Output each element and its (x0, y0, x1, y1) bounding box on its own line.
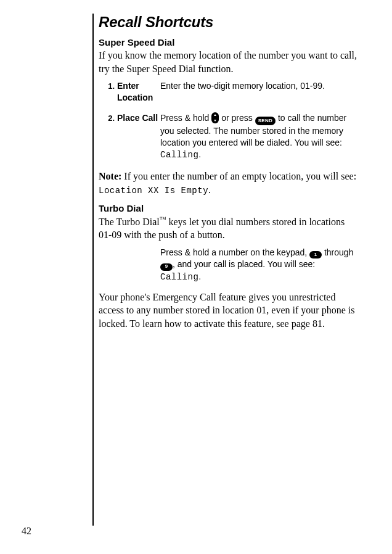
trademark-symbol: ™ (160, 215, 166, 223)
text: If you enter the number of an empty loca… (121, 171, 356, 181)
text: or press (221, 113, 255, 123)
send-key-icon: SEND (255, 117, 276, 125)
text: Press & hold a number on the keypad, (160, 247, 309, 257)
section-heading-speed-dial: Super Speed Dial (99, 37, 357, 48)
key-9-icon: 9 (160, 263, 173, 271)
text: , and your call is placed. You will see: (173, 259, 315, 269)
turbo-instructions: Press & hold a number on the keypad, 1 t… (160, 247, 357, 283)
display-text: Calling (160, 150, 198, 160)
note-paragraph: Note: If you enter the number of an empt… (99, 170, 357, 196)
key-1-icon: 1 (309, 251, 322, 258)
emergency-paragraph: Your phone's Emergency Call feature give… (99, 291, 357, 331)
step-row: 2. Place Call Press & hold or press SEND… (99, 112, 357, 161)
section-heading-turbo-dial: Turbo Dial (99, 203, 357, 213)
step-name: Enter Location (117, 80, 160, 104)
step-name: Place Call (117, 112, 160, 124)
page-number: 42 (22, 526, 31, 537)
text: . (198, 149, 201, 159)
step-row: 1. Enter Location Enter the two-digit me… (99, 80, 357, 104)
display-text: Calling (160, 272, 198, 282)
text: . (198, 271, 201, 281)
step-desc: Press & hold or press SEND to call the n… (160, 112, 357, 161)
text: The Turbo Dial (99, 217, 160, 227)
intro-text: The Turbo Dial™ keys let you dial number… (99, 215, 357, 242)
text: through (324, 247, 353, 257)
text: Press & hold (160, 113, 211, 123)
step-desc: Enter the two-digit memory location, 01-… (160, 80, 357, 92)
note-label: Note: (99, 171, 121, 181)
page-content: Recall Shortcuts Super Speed Dial If you… (92, 14, 357, 526)
intro-text: If you know the memory location of the n… (99, 49, 357, 75)
page-title: Recall Shortcuts (99, 14, 357, 31)
nav-key-icon (211, 112, 219, 123)
display-text: Location XX Is Empty (99, 186, 208, 196)
step-number: 1. (99, 80, 117, 92)
text: . (208, 184, 211, 195)
steps-list: 1. Enter Location Enter the two-digit me… (99, 80, 357, 161)
step-number: 2. (99, 112, 117, 124)
